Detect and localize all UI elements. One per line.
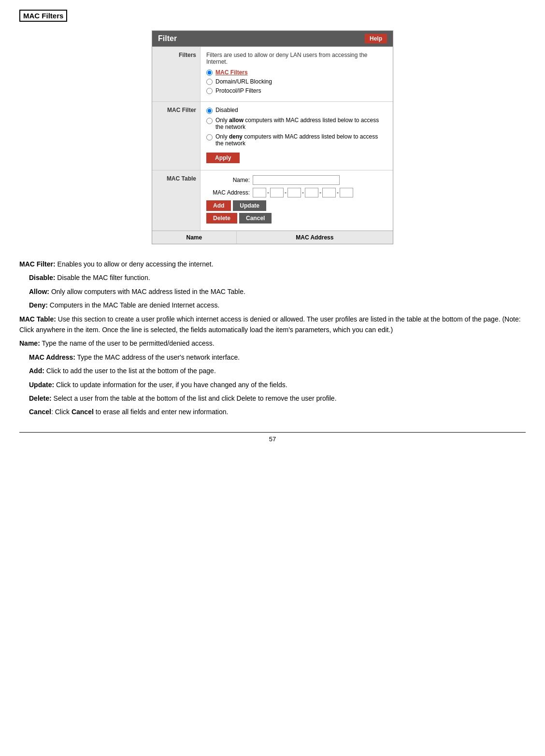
table-col-mac: MAC Address [237,231,393,244]
mac-seg-4[interactable] [305,188,318,197]
mac-addr-term: MAC Address: [29,353,75,361]
mac-filter-disabled-radio[interactable] [206,108,213,114]
mac-table-header: Name MAC Address [152,231,393,244]
mac-seg-6[interactable] [340,188,353,197]
apply-row: Apply [206,151,387,165]
filter-option-mac[interactable]: MAC Filters [206,69,387,76]
filter-radio-mac[interactable] [206,70,213,76]
cancel-bold: Cancel [72,408,94,416]
filter-option-protocol[interactable]: Protocol/IP Filters [206,87,387,94]
name-text: Type the name of the user to be permitte… [40,339,215,347]
mac-sep-3: - [302,189,304,196]
add-text: Click to add the user to the list at the… [44,367,216,375]
delete-text: Select a user from the table at the bott… [52,394,337,402]
cancel-button[interactable]: Cancel [239,213,272,224]
mac-sep-2: - [285,189,287,196]
deny-description: Deny: Computers in the MAC Table are den… [19,300,526,310]
filter-radio-domain[interactable] [206,79,213,85]
mac-sep-5: - [337,189,339,196]
update-description: Update: Click to update information for … [19,379,526,390]
cancel-term: Cancel [29,408,51,416]
filter-option-domain[interactable]: Domain/URL Blocking [206,78,387,85]
mac-filter-allow-option[interactable]: Only allow computers with MAC address li… [206,117,387,130]
mac-sep-1: - [267,189,269,196]
filter-header: Filter Help [152,31,393,46]
mac-seg-1[interactable] [253,188,266,197]
cancel-colon: : Click [51,408,72,416]
mac-seg-2[interactable] [270,188,284,197]
page-title: MAC Filters [19,10,67,22]
deny-indent: Deny: Computers in the MAC Table are den… [19,300,526,310]
name-input[interactable] [253,175,340,185]
disable-indent: Disable: Disable the MAC filter function… [19,272,526,283]
delete-description: Delete: Select a user from the table at … [19,393,526,404]
delete-term: Delete: [29,394,52,402]
delete-cancel-buttons: Delete Cancel [206,213,387,224]
allow-indent: Allow: Only allow computers with MAC add… [19,286,526,297]
help-button[interactable]: Help [365,34,387,43]
mac-address-form-row: MAC Address: - - - - - [206,188,387,197]
name-description: Name: Type the name of the user to be pe… [19,338,526,349]
mac-address-inputs: - - - - - [253,188,353,197]
description-section: MAC Filter: Enables you to allow or deny… [19,259,526,418]
filter-mac-label[interactable]: MAC Filters [215,69,248,76]
page-number: 57 [19,432,526,443]
filter-body: Filters Filters are used to allow or den… [152,46,393,244]
mac-filter-allow-text: Only allow computers with MAC address li… [215,117,387,130]
mac-filter-allow-radio[interactable] [206,118,213,124]
mac-filter-deny-bold: deny [229,133,243,140]
mac-filter-row: MAC Filter Disabled Only allow computers… [152,102,393,170]
mac-filter-deny-radio[interactable] [206,134,213,140]
filters-content: Filters are used to allow or deny LAN us… [201,47,393,101]
mac-filter-label: MAC Filter [152,102,201,170]
mac-filter-deny-option[interactable]: Only deny computers with MAC address lis… [206,133,387,147]
update-text: Click to update information for the user… [54,381,287,389]
mac-filter-allow-bold: allow [229,117,244,124]
update-indent: Update: Click to update information for … [19,379,526,390]
delete-button[interactable]: Delete [206,213,237,224]
mac-sep-4: - [319,189,321,196]
table-col-name: Name [152,231,237,244]
mac-address-form-label: MAC Address: [206,189,250,196]
delete-indent: Delete: Select a user from the table at … [19,393,526,404]
mac-filter-content: Disabled Only allow computers with MAC a… [201,102,393,170]
mac-table-row: MAC Table Name: MAC Address: - - [152,170,393,231]
filter-radio-protocol[interactable] [206,88,213,94]
mac-filter-term: MAC Filter: [19,260,56,268]
mac-table-text: Use this section to create a user profil… [19,315,521,334]
mac-filter-deny-text: Only deny computers with MAC address lis… [215,133,387,147]
disable-text: Disable the MAC filter function. [55,274,150,281]
mac-table-label: MAC Table [152,170,201,230]
name-term: Name: [19,339,40,347]
mac-addr-indent: MAC Address: Type the MAC address of the… [19,352,526,363]
mac-table-content: Name: MAC Address: - - - [201,170,393,230]
name-form-label: Name: [206,177,250,183]
deny-term: Deny: [29,301,48,309]
add-description: Add: Click to add the user to the list a… [19,365,526,376]
filters-label: Filters [152,47,201,101]
filters-description: Filters are used to allow or deny LAN us… [206,52,387,65]
update-button[interactable]: Update [233,200,266,211]
allow-description: Allow: Only allow computers with MAC add… [19,286,526,297]
name-form-row: Name: [206,175,387,185]
apply-button[interactable]: Apply [206,153,240,163]
allow-text: Only allow computers with MAC address li… [49,288,245,295]
mac-addr-text: Type the MAC address of the user's netwo… [75,353,240,361]
filter-panel: Filter Help Filters Filters are used to … [152,30,393,244]
disable-description: Disable: Disable the MAC filter function… [19,272,526,283]
mac-seg-5[interactable] [322,188,336,197]
mac-seg-3[interactable] [287,188,301,197]
mac-filter-disabled-option[interactable]: Disabled [206,107,387,114]
cancel-indent: Cancel: Click Cancel to erase all fields… [19,406,526,417]
cancel-description: Cancel: Click Cancel to erase all fields… [19,406,526,417]
add-button[interactable]: Add [206,200,231,211]
mac-table-term: MAC Table: [19,315,56,323]
allow-term: Allow: [29,288,49,295]
add-indent: Add: Click to add the user to the list a… [19,365,526,376]
filter-domain-label: Domain/URL Blocking [215,78,272,85]
add-term: Add: [29,367,44,375]
mac-table-form: Name: MAC Address: - - - [206,175,387,224]
update-term: Update: [29,381,54,389]
deny-text: Computers in the MAC Table are denied In… [48,301,219,309]
mac-filter-text: Enables you to allow or deny accessing t… [56,260,214,268]
